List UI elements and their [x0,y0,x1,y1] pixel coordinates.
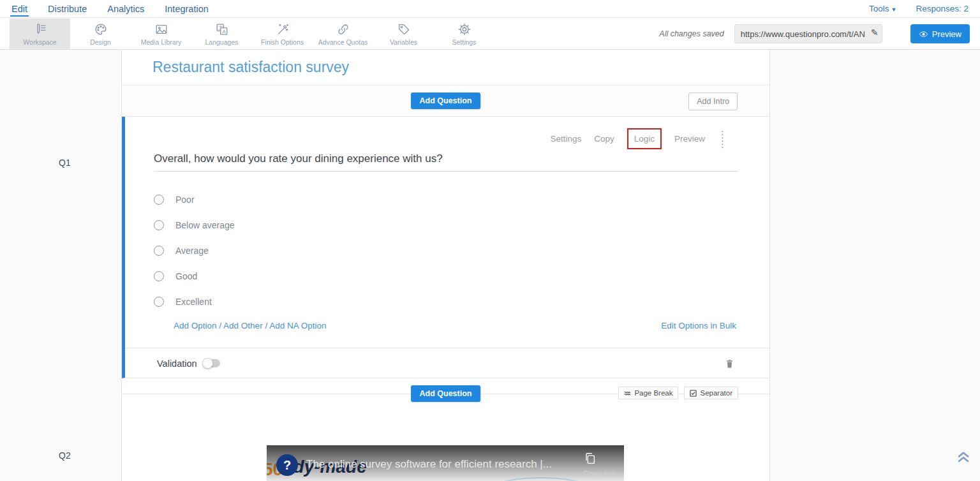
add-intro-button[interactable]: Add Intro [688,93,738,110]
responses-link[interactable]: Responses: 2 [916,4,969,13]
link-icon [336,22,350,36]
toolbar-item-variables[interactable]: Variables [373,18,434,49]
question-preview-button[interactable]: Preview [674,134,705,144]
question-text-field[interactable]: Overall, how would you rate your dining … [154,152,738,172]
preview-button[interactable]: Preview [910,24,970,43]
toolbar-item-advance-quotas[interactable]: Advance Quotas [313,18,373,49]
radio-button-icon[interactable] [154,246,164,256]
link-separator: / [265,321,267,330]
toolbar-item-label: Variables [390,38,417,46]
survey-title[interactable]: Restaurant satisfaction survey [152,59,349,76]
question-copy-button[interactable]: Copy [594,134,614,144]
tab-edit[interactable]: Edit [10,1,29,17]
toolbar-item-settings[interactable]: Settings [434,18,494,49]
tab-analytics[interactable]: Analytics [106,1,145,17]
gear-icon [457,22,471,36]
option-label[interactable]: Good [175,271,197,281]
scroll-to-top-button[interactable] [956,448,971,464]
questionpro-survey-editor: Edit Distribute Analytics Integration To… [0,0,980,481]
option-label[interactable]: Average [175,246,209,256]
toolbar-item-label: Finish Options [261,38,304,46]
double-chevron-up-icon [956,448,971,464]
answer-option-below-average[interactable]: Below average [154,212,235,238]
toggle-knob [202,358,213,369]
toolbar-item-design[interactable]: Design [70,18,131,49]
page-break-icon [624,390,631,397]
answer-option-average[interactable]: Average [154,238,235,263]
delete-question-icon[interactable] [724,357,735,370]
toolbar-item-finish-options[interactable]: Finish Options [252,18,313,49]
edit-options-in-bulk-link[interactable]: Edit Options in Bulk [661,321,736,330]
video-title[interactable]: The online survey software for efficient… [306,458,552,471]
toolbar-item-label: Advance Quotas [318,38,368,46]
add-question-row-top: Add Question Add Intro [122,85,769,117]
question-actions: Settings Copy Logic Preview ⋮⋮ [550,128,727,149]
question-settings-button[interactable]: Settings [550,134,581,144]
preview-button-label: Preview [932,29,961,39]
radio-button-icon[interactable] [154,271,164,281]
svg-text:A: A [222,28,226,34]
page-break-separator-group: Page Break Separator [618,387,738,399]
add-na-option-link[interactable]: Add NA Option [269,321,326,330]
translate-icon: 文A [215,22,229,36]
question-number-q1: Q1 [59,158,71,168]
question-q2-video-embed[interactable]: 50 ady-made t ? The online survey softwa… [267,445,624,481]
add-option-link[interactable]: Add Option [174,321,217,330]
nav-right: Tools▼ Responses: 2 [869,4,980,13]
image-icon [154,22,168,36]
answer-option-good[interactable]: Good [154,263,235,289]
editor-toolbar: Workspace Design Media Library 文A Langua… [0,18,980,50]
question-logic-button[interactable]: Logic [627,128,662,149]
radio-button-icon[interactable] [154,220,164,230]
copy-link-icon[interactable] [583,452,597,466]
caret-down-icon: ▼ [891,6,897,13]
add-question-button-top[interactable]: Add Question [411,93,481,109]
magic-wand-icon [276,22,290,36]
tab-integration[interactable]: Integration [163,1,210,17]
radio-button-icon[interactable] [154,297,164,307]
survey-title-row: Restaurant satisfaction survey [122,50,769,85]
edit-url-icon[interactable]: ✎ [871,27,879,38]
toolbar-item-workspace[interactable]: Workspace [10,18,70,49]
toolbar-items: Workspace Design Media Library 文A Langua… [0,18,494,49]
option-label[interactable]: Below average [175,220,235,230]
survey-canvas: Restaurant satisfaction survey Add Quest… [121,50,770,481]
answer-options-list: Poor Below average Average Good Excellen… [154,187,235,314]
toolbar-item-label: Languages [205,38,239,46]
tab-distribute[interactable]: Distribute [47,1,88,17]
add-question-button-bottom[interactable]: Add Question [411,385,481,402]
question-card-q1: Settings Copy Logic Preview ⋮⋮ Overall, … [122,117,769,378]
question-number-q2: Q2 [59,450,71,461]
separator-label: Separator [700,389,732,397]
tools-menu[interactable]: Tools▼ [869,4,896,13]
validation-label: Validation [157,359,197,369]
page-break-label: Page Break [634,389,672,397]
channel-avatar[interactable]: ? [276,454,298,476]
copy-link-label: Copy link [583,470,616,478]
survey-url-input[interactable] [734,24,882,43]
toolbar-item-label: Media Library [141,38,182,46]
answer-option-poor[interactable]: Poor [154,187,235,212]
radio-button-icon[interactable] [154,195,164,205]
toolbar-item-label: Workspace [23,38,56,46]
toolbar-item-label: Design [90,38,111,46]
nav-tabs: Edit Distribute Analytics Integration [0,1,210,17]
validation-row: Validation [125,348,769,378]
validation-toggle[interactable] [204,359,220,367]
answer-option-excellent[interactable]: Excellent [154,289,235,314]
toolbar-item-languages[interactable]: 文A Languages [191,18,252,49]
page-break-button[interactable]: Page Break [618,387,678,399]
checkbox-icon [690,390,697,397]
separator-button[interactable]: Separator [684,387,738,399]
link-separator: / [219,321,221,330]
option-label[interactable]: Poor [175,195,195,205]
more-options-icon[interactable]: ⋮⋮ [718,130,727,149]
option-label[interactable]: Excellent [175,297,212,307]
question-text: Overall, how would you rate your dining … [154,152,443,165]
eye-icon [919,29,928,39]
add-question-row-bottom: Add Question Page Break Separator [122,378,769,408]
toolbar-right: All changes saved ✎ Preview [659,18,980,49]
workspace-icon [33,22,47,36]
toolbar-item-media-library[interactable]: Media Library [131,18,191,49]
add-other-link[interactable]: Add Other [223,321,263,330]
